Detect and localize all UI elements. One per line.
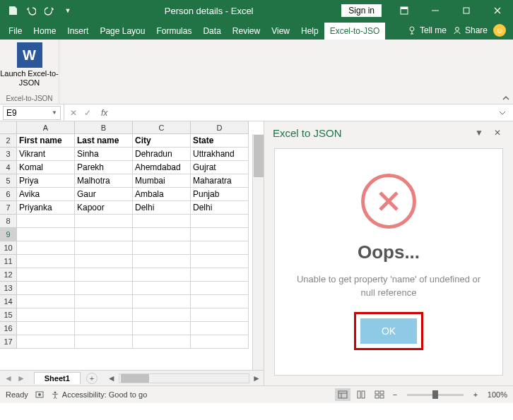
cell[interactable]	[17, 215, 75, 228]
row-header[interactable]: 6	[0, 188, 17, 201]
row-header[interactable]: 10	[0, 241, 17, 255]
name-box-dropdown-icon[interactable]: ▼	[52, 109, 57, 116]
sheet-nav-next-icon[interactable]: ►	[17, 373, 25, 383]
close-icon[interactable]	[482, 0, 513, 21]
tab-help[interactable]: Help	[295, 23, 324, 40]
cell[interactable]: Gaur	[75, 188, 133, 201]
cell[interactable]	[75, 268, 133, 282]
cell[interactable]	[191, 322, 249, 335]
row-header[interactable]: 14	[0, 295, 17, 308]
cell[interactable]	[133, 241, 191, 255]
cell[interactable]	[191, 241, 249, 255]
zoom-in-icon[interactable]: +	[471, 390, 480, 399]
cell[interactable]	[17, 322, 75, 335]
accessibility-status[interactable]: Accessibility: Good to go	[51, 390, 147, 399]
cell[interactable]	[17, 268, 75, 282]
cell[interactable]	[75, 255, 133, 268]
cell[interactable]: First name	[17, 134, 75, 148]
cell[interactable]	[17, 255, 75, 268]
cell[interactable]: Malhotra	[75, 174, 133, 188]
sheet-tab-sheet1[interactable]: Sheet1	[34, 372, 81, 384]
cancel-formula-icon[interactable]: ✕	[70, 108, 77, 118]
fx-icon[interactable]: fx	[98, 108, 110, 118]
row-header[interactable]: 9	[0, 228, 17, 241]
hscroll-left-icon[interactable]: ◄	[105, 373, 119, 383]
tell-me-button[interactable]: Tell me	[407, 25, 447, 35]
maximize-icon[interactable]	[451, 0, 482, 21]
cell[interactable]	[191, 295, 249, 308]
cell[interactable]	[191, 268, 249, 282]
cell[interactable]: Maharatra	[191, 174, 249, 188]
tab-review[interactable]: Review	[227, 23, 266, 40]
sheet-nav-prev-icon[interactable]: ◄	[4, 373, 13, 383]
cell[interactable]	[75, 241, 133, 255]
share-button[interactable]: Share	[452, 25, 488, 35]
cell[interactable]	[191, 215, 249, 228]
redo-icon[interactable]	[41, 2, 58, 19]
tab-page-layout[interactable]: Page Layou	[94, 23, 151, 40]
cell[interactable]: Sinha	[75, 148, 133, 161]
tab-view[interactable]: View	[266, 23, 295, 40]
cell[interactable]: Ahemdabad	[133, 161, 191, 174]
cell[interactable]	[75, 215, 133, 228]
taskpane-close-icon[interactable]: ✕	[490, 128, 505, 138]
cell[interactable]	[75, 228, 133, 241]
cell[interactable]: Dehradun	[133, 148, 191, 161]
cell[interactable]	[191, 228, 249, 241]
cell[interactable]: Kapoor	[75, 201, 133, 215]
vertical-scrollbar-thumb[interactable]	[254, 135, 264, 177]
cell[interactable]	[75, 295, 133, 308]
cell[interactable]	[191, 282, 249, 295]
cell[interactable]	[133, 308, 191, 322]
sign-in-button[interactable]: Sign in	[341, 4, 382, 17]
cell[interactable]	[191, 255, 249, 268]
cell[interactable]: Delhi	[191, 201, 249, 215]
row-header[interactable]: 5	[0, 174, 17, 188]
taskpane-dropdown-icon[interactable]: ▼	[472, 128, 486, 138]
cell[interactable]: Vikrant	[17, 148, 75, 161]
macro-record-icon[interactable]	[35, 390, 44, 399]
row-header[interactable]: 17	[0, 335, 17, 349]
cell[interactable]	[75, 282, 133, 295]
hscroll-right-icon[interactable]: ►	[249, 373, 264, 383]
row-header[interactable]: 12	[0, 268, 17, 282]
grid[interactable]: A B C D 2First nameLast nameCityState3Vi…	[0, 121, 264, 370]
tab-home[interactable]: Home	[28, 23, 61, 40]
ok-button[interactable]: OK	[360, 318, 417, 344]
cell[interactable]: Uttrakhand	[191, 148, 249, 161]
row-header[interactable]: 2	[0, 134, 17, 148]
col-header-d[interactable]: D	[191, 121, 249, 134]
col-header-c[interactable]: C	[133, 121, 191, 134]
save-icon[interactable]	[4, 2, 21, 19]
tab-formulas[interactable]: Formulas	[151, 23, 197, 40]
row-header[interactable]: 3	[0, 148, 17, 161]
add-sheet-icon[interactable]: +	[86, 373, 98, 384]
tab-excel-to-json[interactable]: Excel-to-JSO	[324, 23, 386, 40]
cell[interactable]	[17, 282, 75, 295]
row-header[interactable]: 13	[0, 282, 17, 295]
smiley-icon[interactable]: ☺	[493, 24, 506, 37]
normal-view-icon[interactable]	[335, 388, 350, 401]
cell[interactable]: Priyanka	[17, 201, 75, 215]
formula-input[interactable]	[116, 106, 499, 120]
cell[interactable]: Avika	[17, 188, 75, 201]
row-header[interactable]: 8	[0, 215, 17, 228]
row-header[interactable]: 11	[0, 255, 17, 268]
cell[interactable]: Priya	[17, 174, 75, 188]
tab-file[interactable]: File	[3, 23, 28, 40]
horizontal-scrollbar[interactable]: ◄ ►	[105, 373, 264, 383]
launch-excel-to-json-button[interactable]: W Launch Excel-to-JSON	[0, 42, 59, 88]
zoom-slider-thumb[interactable]	[432, 390, 438, 399]
cell[interactable]	[17, 241, 75, 255]
zoom-out-icon[interactable]: −	[390, 390, 400, 399]
cell[interactable]	[133, 215, 191, 228]
cell[interactable]	[75, 335, 133, 349]
cell[interactable]	[17, 308, 75, 322]
horizontal-scrollbar-thumb[interactable]	[121, 374, 149, 383]
ribbon-options-icon[interactable]	[389, 0, 420, 21]
zoom-slider[interactable]	[407, 394, 464, 396]
col-header-a[interactable]: A	[17, 121, 75, 134]
select-all-cell[interactable]	[0, 121, 17, 134]
collapse-ribbon-icon[interactable]	[502, 94, 510, 102]
cell[interactable]: Punjab	[191, 188, 249, 201]
